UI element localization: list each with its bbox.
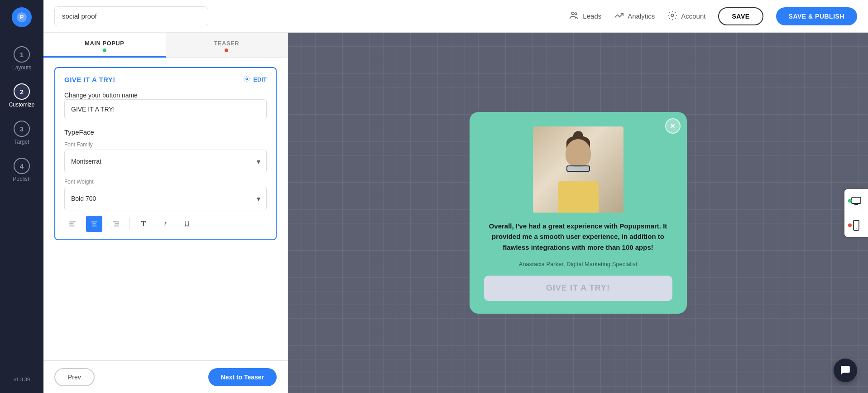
popup-author: Anastacia Parker, Digital Marketing Spec… bbox=[519, 261, 638, 267]
account-link[interactable]: Account bbox=[667, 10, 705, 22]
sidebar-item-label: Layouts bbox=[12, 64, 31, 71]
person-head bbox=[566, 139, 591, 167]
button-name-input[interactable] bbox=[64, 99, 267, 119]
device-switcher bbox=[844, 189, 868, 237]
align-left-button[interactable] bbox=[64, 216, 81, 232]
analytics-link[interactable]: Analytics bbox=[614, 10, 655, 22]
font-underline-button[interactable]: U bbox=[179, 216, 195, 232]
typeface-label: TypeFace bbox=[64, 128, 267, 136]
button-name-label: Change your button name bbox=[64, 92, 138, 99]
font-weight-select-wrap: Font Weight Bold 700 Regular 400 Light 3… bbox=[64, 179, 267, 210]
analytics-icon bbox=[614, 10, 624, 22]
step-circle-4: 4 bbox=[14, 158, 30, 174]
sidebar-item-label: Target bbox=[14, 139, 29, 145]
popup-close-button[interactable]: × bbox=[665, 118, 681, 134]
sidebar: P 1 Layouts 2 Customize 3 Target 4 Publi… bbox=[0, 0, 43, 393]
font-family-select[interactable]: Montserrat Arial Georgia Roboto bbox=[64, 150, 267, 173]
content-row: MAIN POPUP TEASER GIVE IT A TRY! bbox=[43, 33, 868, 393]
font-weight-select[interactable]: Bold 700 Regular 400 Light 300 Medium 50… bbox=[64, 187, 267, 210]
align-right-button[interactable] bbox=[108, 216, 124, 232]
svg-text:P: P bbox=[20, 14, 24, 20]
person-body bbox=[558, 181, 599, 213]
sidebar-item-layouts[interactable]: 1 Layouts bbox=[0, 40, 43, 77]
edit-label: EDIT bbox=[253, 76, 267, 83]
save-publish-button[interactable]: SAVE & PUBLISH bbox=[776, 7, 857, 25]
format-divider bbox=[129, 218, 130, 230]
navbar-right: Leads Analytics Account SAVE SAVE & PUBL… bbox=[569, 7, 857, 25]
svg-point-4 bbox=[671, 14, 674, 17]
popup-quote: Overall, I've had a great experience wit… bbox=[484, 221, 672, 252]
step-circle-2: 2 bbox=[14, 83, 30, 100]
sidebar-item-customize[interactable]: 2 Customize bbox=[0, 77, 43, 114]
font-weight-label: Font Weight bbox=[64, 179, 267, 185]
save-button[interactable]: SAVE bbox=[718, 7, 763, 25]
section-title: GIVE IT A TRY! bbox=[64, 76, 115, 83]
font-family-select-wrap: Font Family Montserrat Arial Georgia Rob… bbox=[64, 141, 267, 173]
popup-cta-button[interactable]: GIVE IT A TRY! bbox=[484, 276, 672, 301]
search-input[interactable] bbox=[54, 6, 208, 26]
leads-link[interactable]: Leads bbox=[569, 10, 601, 22]
panel-footer: Prev Next to Teaser bbox=[43, 360, 288, 393]
sidebar-item-target[interactable]: 3 Target bbox=[0, 114, 43, 151]
logo-button[interactable]: P bbox=[12, 7, 32, 27]
svg-point-5 bbox=[246, 78, 248, 80]
font-italic-button[interactable]: t bbox=[157, 216, 173, 232]
canvas-area: × Overall, I've had a great experience w… bbox=[288, 33, 868, 393]
next-to-teaser-button[interactable]: Next to Teaser bbox=[208, 368, 277, 386]
account-label: Account bbox=[681, 12, 705, 20]
analytics-label: Analytics bbox=[628, 12, 655, 20]
popup-image bbox=[533, 126, 623, 213]
version-label: v1.3.39 bbox=[14, 377, 30, 386]
desktop-view-button[interactable] bbox=[844, 189, 868, 213]
gear-icon bbox=[243, 75, 250, 84]
format-row: T t U bbox=[64, 216, 267, 232]
desktop-status-dot bbox=[848, 199, 852, 203]
mobile-status-dot bbox=[848, 223, 852, 227]
person-glasses bbox=[566, 165, 590, 172]
sidebar-item-publish[interactable]: 4 Publish bbox=[0, 151, 43, 189]
step-circle-3: 3 bbox=[14, 121, 30, 137]
main-area: Leads Analytics Account SAVE SAVE & PUBL… bbox=[43, 0, 868, 393]
tab-main-popup-label: MAIN POPUP bbox=[85, 40, 124, 47]
account-icon bbox=[667, 10, 677, 22]
left-panel: MAIN POPUP TEASER GIVE IT A TRY! bbox=[43, 33, 288, 393]
panel-content: GIVE IT A TRY! EDIT Change your button n… bbox=[43, 58, 288, 360]
edit-button[interactable]: EDIT bbox=[243, 75, 267, 84]
step-circle-1: 1 bbox=[14, 46, 30, 63]
tab-main-popup-dot bbox=[103, 49, 106, 52]
tab-main-popup[interactable]: MAIN POPUP bbox=[43, 33, 166, 58]
tab-teaser-dot bbox=[225, 49, 228, 52]
tab-teaser-label: TEASER bbox=[214, 40, 239, 47]
chat-widget-button[interactable] bbox=[834, 359, 857, 382]
svg-point-3 bbox=[575, 13, 577, 15]
prev-button[interactable]: Prev bbox=[54, 368, 95, 386]
sidebar-item-label: Customize bbox=[9, 102, 35, 108]
font-bold-button[interactable]: T bbox=[135, 216, 152, 232]
svg-point-2 bbox=[572, 12, 575, 15]
section-header: GIVE IT A TRY! EDIT bbox=[64, 75, 267, 84]
popup-image-inner bbox=[533, 126, 623, 213]
leads-icon bbox=[569, 10, 579, 22]
sidebar-item-label: Publish bbox=[13, 176, 30, 182]
leads-label: Leads bbox=[583, 12, 601, 20]
svg-rect-15 bbox=[852, 197, 861, 204]
navbar: Leads Analytics Account SAVE SAVE & PUBL… bbox=[43, 0, 868, 33]
mobile-view-button[interactable] bbox=[844, 213, 868, 237]
align-center-button[interactable] bbox=[86, 216, 102, 232]
tabs: MAIN POPUP TEASER bbox=[43, 33, 288, 58]
tab-teaser[interactable]: TEASER bbox=[166, 33, 288, 58]
popup-card: × Overall, I've had a great experience w… bbox=[470, 112, 687, 314]
font-family-label: Font Family bbox=[64, 141, 267, 148]
button-section: GIVE IT A TRY! EDIT Change your button n… bbox=[54, 67, 277, 240]
svg-rect-18 bbox=[854, 220, 859, 230]
